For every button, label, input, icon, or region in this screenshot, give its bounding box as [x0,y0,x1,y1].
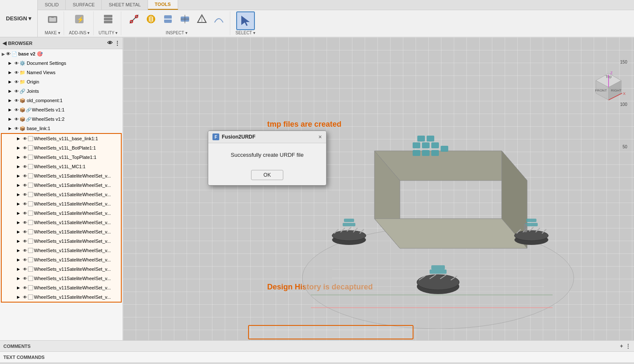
checkbox[interactable] [28,136,33,141]
tree-item-satelite-6[interactable]: ▶ 👁 WheelSets_v11SateliteWheelSet_v... [2,218,121,227]
svg-rect-66 [427,136,434,142]
item-label: WheelSets_v11L_BotPlate1:1 [34,145,96,150]
browser-label: BROWSER [8,41,32,46]
arrow-icon[interactable]: ▶ [17,155,22,159]
dialog-message: Successfully create URDF file [231,152,304,158]
tree-item-wheelsets-2[interactable]: ▶ 👁 📦 🔗 WheelSets v1:2 [0,114,123,124]
tree-item-satelite-8[interactable]: ▶ 👁 WheelSets_v11SateliteWheelSet_v... [2,236,121,246]
tree-item-named-views[interactable]: ▶ 👁 📁 Named Views [0,68,123,77]
tree-root-arrow[interactable]: ▶ [2,52,5,56]
tree-item-satelite-1[interactable]: ▶ 👁 WheelSets_v11SateliteWheelSet_v... [2,171,121,181]
tree-item-satelite-7[interactable]: ▶ 👁 WheelSets_v11SateliteWheelSet_v... [2,227,121,236]
checkbox[interactable] [28,164,33,169]
item-label: Joints [27,89,39,94]
addins-icon[interactable]: ⚡ [72,11,87,27]
comments-expand-icon[interactable]: + [620,343,623,349]
eye-icon[interactable]: 👁 [14,108,19,112]
tree-item-satelite-13[interactable]: ▶ 👁 WheelSets_v11SateliteWheelSet_v... [2,283,121,292]
tree-item-ws-base[interactable]: ▶ 👁 WheelSets_v11L_base_link1:1 [2,134,121,143]
browser-more-icon[interactable]: ⋮ [115,40,120,46]
tree-item-origin[interactable]: ▶ 👁 📁 Origin [0,77,123,86]
arrow-icon[interactable]: ▶ [8,89,14,93]
eye-icon[interactable]: 👁 [14,117,19,122]
checkbox[interactable] [28,155,33,160]
tree-root[interactable]: ▶ 👁 📄 base v2 🎯 [0,49,123,58]
collapse-icon[interactable]: ◀ [3,40,6,46]
svg-rect-5 [104,18,112,20]
tree-item-satelite-10[interactable]: ▶ 👁 WheelSets_v11SateliteWheelSet_v... [2,255,121,264]
tree-item-satelite-9[interactable]: ▶ 👁 WheelSets_v11SateliteWheelSet_v... [2,246,121,255]
robot-3d [290,96,587,329]
tree-item-satelite-14[interactable]: ▶ 👁 WheelSets_v11SateliteWheelSet_v... [2,292,121,302]
utility-icon[interactable] [101,11,116,27]
arrow-icon[interactable]: ▶ [17,136,22,141]
tree-item-satelite-2[interactable]: ▶ 👁 WheelSets_v11SateliteWheelSet_v... [2,181,121,190]
arrow-icon[interactable]: ▶ [8,98,14,103]
tree-item-ws-bot[interactable]: ▶ 👁 WheelSets_v11L_BotPlate1:1 [2,143,121,153]
item-label: WheelSets_v11SateliteWheelSet_v... [34,229,111,234]
inspect-measure-icon[interactable] [126,11,142,27]
arrow-icon[interactable]: ▶ [8,80,14,84]
tree-item-satelite-4[interactable]: ▶ 👁 WheelSets_v11SateliteWheelSet_v... [2,199,121,208]
inspect-draft-icon[interactable] [194,11,209,27]
tree-item-ws-mc[interactable]: ▶ 👁 WheelSets_v11L_MC1:1 [2,162,121,171]
tree-item-satelite-12[interactable]: ▶ 👁 WheelSets_v11SateliteWheelSet_v... [2,274,121,283]
arrow-icon[interactable]: ▶ [8,108,14,112]
tree-item-satelite-3[interactable]: ▶ 👁 WheelSets_v11SateliteWheelSet_v... [2,190,121,199]
eye-icon[interactable]: 👁 [14,61,19,66]
tree-item-joints[interactable]: ▶ 👁 🔗 Joints [0,86,123,96]
eye-icon[interactable]: 👁 [14,98,19,103]
tab-tools[interactable]: TOOLS [148,0,178,10]
eye-target-icon[interactable]: 🎯 [37,51,43,57]
item-label: base_link:1 [27,126,50,131]
comments-more-icon[interactable]: ⋮ [626,343,631,349]
eye-icon[interactable]: 👁 [14,70,19,75]
tab-surface[interactable]: SURFACE [66,0,102,10]
inspect-zebra-icon[interactable] [143,11,159,27]
tab-solid[interactable]: SOLID [38,0,66,10]
eye-icon[interactable]: 👁 [6,51,11,56]
eye-icon[interactable]: 👁 [23,155,27,160]
scale-150: 150 [620,60,627,64]
arrow-icon[interactable]: ▶ [8,61,14,65]
inspect-center-icon[interactable] [177,11,193,27]
tree-item-wheelsets-1[interactable]: ▶ 👁 📦 🔗 WheelSets v1:1 [0,105,123,114]
arrow-icon[interactable]: ▶ [8,117,14,121]
item-label: WheelSets_v11SateliteWheelSet_v... [34,267,111,272]
tree-item-base-link[interactable]: ▶ 👁 📦 base_link:1 [0,124,123,133]
folder-icon: 📁 [20,79,25,85]
svg-text:⚡: ⚡ [77,16,84,23]
eye-icon[interactable]: 👁 [14,126,19,131]
inspect-curvature-icon[interactable] [211,11,226,27]
cube-gizmo[interactable]: Top FRONT RIGHT Z X [592,71,626,105]
arrow-icon[interactable]: ▶ [17,146,22,150]
eye-icon[interactable]: 👁 [14,80,19,84]
tree-item-ws-top[interactable]: ▶ 👁 WheelSets_v11L_TopPlate1:1 [2,153,121,162]
tree-item-doc-settings[interactable]: ▶ 👁 ⚙️ Document Settings [0,58,123,68]
browser-eye-icon[interactable]: 👁 [107,40,113,46]
link-icon: 🔗 [26,117,31,122]
tree-item-old-component[interactable]: ▶ 👁 📦 old_component:1 [0,96,123,105]
arrow-icon[interactable]: ▶ [8,70,14,75]
dialog-title-bar: F Fusion2URDF × [208,131,326,143]
eye-icon[interactable]: 👁 [23,146,27,150]
select-icon[interactable] [236,11,255,30]
dialog-ok-button[interactable]: OK [251,170,283,180]
make-icon[interactable] [45,11,60,27]
svg-marker-30 [374,219,527,248]
eye-icon[interactable]: 👁 [23,136,27,141]
inspect-section-icon[interactable] [160,11,176,27]
eye-icon[interactable]: 👁 [23,164,27,169]
tree-item-satelite-5[interactable]: ▶ 👁 WheelSets_v11SateliteWheelSet_v... [2,208,121,218]
item-label: WheelSets_v11SateliteWheelSet_v... [34,285,111,290]
tree-item-satelite-11[interactable]: ▶ 👁 WheelSets_v11SateliteWheelSet_v... [2,264,121,274]
design-button[interactable]: DESIGN ▾ [0,0,38,37]
dialog-close-button[interactable]: × [318,133,322,140]
viewport[interactable]: tmp files are created Design History is … [123,37,634,340]
eye-icon[interactable]: 👁 [14,89,19,94]
box-icon: 📦 [20,98,25,103]
arrow-icon[interactable]: ▶ [8,126,14,131]
tab-sheet-metal[interactable]: SHEET METAL [102,0,148,10]
arrow-icon[interactable]: ▶ [17,164,22,169]
checkbox[interactable] [28,145,33,150]
